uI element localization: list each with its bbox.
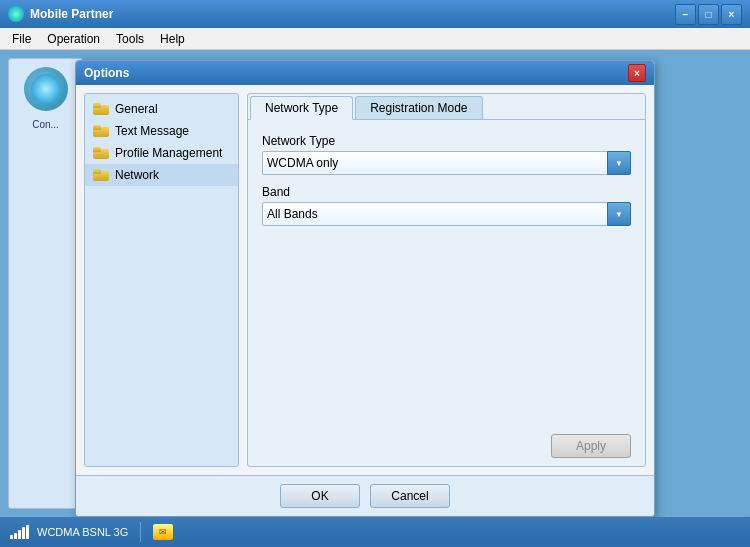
nav-label-profile-management: Profile Management xyxy=(115,146,222,160)
main-area: Con... Options × General Text Me xyxy=(0,50,750,517)
tab-registration-mode[interactable]: Registration Mode xyxy=(355,96,482,119)
status-bar: WCDMA BSNL 3G ✉ xyxy=(0,517,750,547)
maximize-button[interactable]: □ xyxy=(698,4,719,25)
nav-label-text-message: Text Message xyxy=(115,124,189,138)
signal-bar-4 xyxy=(22,527,25,539)
options-dialog: Options × General Text Message xyxy=(75,60,655,517)
dialog-content: General Text Message Profile Management … xyxy=(76,85,654,475)
app-icon xyxy=(8,6,24,22)
title-bar: Mobile Partner − □ × xyxy=(0,0,750,28)
app-title: Mobile Partner xyxy=(30,7,113,21)
menu-file[interactable]: File xyxy=(4,30,39,48)
status-network-text: WCDMA BSNL 3G xyxy=(37,526,128,538)
dialog-footer: OK Cancel xyxy=(76,475,654,516)
nav-panel: General Text Message Profile Management … xyxy=(84,93,239,467)
nav-label-general: General xyxy=(115,102,158,116)
menu-help[interactable]: Help xyxy=(152,30,193,48)
status-divider xyxy=(140,522,141,542)
apply-button[interactable]: Apply xyxy=(551,434,631,458)
cancel-button[interactable]: Cancel xyxy=(370,484,450,508)
close-window-button[interactable]: × xyxy=(721,4,742,25)
dialog-title-bar: Options × xyxy=(76,61,654,85)
dialog-overlay: Options × General Text Message xyxy=(0,50,750,517)
menu-tools[interactable]: Tools xyxy=(108,30,152,48)
nav-item-text-message[interactable]: Text Message xyxy=(85,120,238,142)
folder-icon-general xyxy=(93,103,109,115)
band-field: Band All Bands WCDMA 2100 GSM 900/1800 G… xyxy=(262,185,631,226)
network-type-select-wrapper: WCDMA only GSM only Auto WCDMA preferred… xyxy=(262,151,631,175)
nav-label-network: Network xyxy=(115,168,159,182)
signal-bar-2 xyxy=(14,533,17,539)
folder-icon-network xyxy=(93,169,109,181)
content-panel: Network Type Registration Mode Network T… xyxy=(247,93,646,467)
nav-item-profile-management[interactable]: Profile Management xyxy=(85,142,238,164)
menu-bar: File Operation Tools Help xyxy=(0,28,750,50)
folder-icon-profile xyxy=(93,147,109,159)
minimize-button[interactable]: − xyxy=(675,4,696,25)
folder-icon-text-message xyxy=(93,125,109,137)
signal-icon xyxy=(10,525,29,539)
network-type-label: Network Type xyxy=(262,134,631,148)
ok-button[interactable]: OK xyxy=(280,484,360,508)
network-type-select[interactable]: WCDMA only GSM only Auto WCDMA preferred… xyxy=(262,151,631,175)
status-message-icon: ✉ xyxy=(153,524,173,540)
signal-bar-3 xyxy=(18,530,21,539)
nav-item-general[interactable]: General xyxy=(85,98,238,120)
apply-area: Apply xyxy=(248,426,645,466)
form-area: Network Type WCDMA only GSM only Auto WC… xyxy=(248,120,645,426)
tab-bar: Network Type Registration Mode xyxy=(248,94,645,120)
menu-operation[interactable]: Operation xyxy=(39,30,108,48)
signal-bar-5 xyxy=(26,525,29,539)
network-type-field: Network Type WCDMA only GSM only Auto WC… xyxy=(262,134,631,175)
band-label: Band xyxy=(262,185,631,199)
window-controls: − □ × xyxy=(675,4,742,25)
dialog-title: Options xyxy=(84,66,129,80)
band-select-wrapper: All Bands WCDMA 2100 GSM 900/1800 GSM 19… xyxy=(262,202,631,226)
nav-item-network[interactable]: Network xyxy=(85,164,238,186)
band-select[interactable]: All Bands WCDMA 2100 GSM 900/1800 GSM 19… xyxy=(262,202,631,226)
tab-network-type[interactable]: Network Type xyxy=(250,96,353,120)
dialog-close-button[interactable]: × xyxy=(628,64,646,82)
signal-bar-1 xyxy=(10,535,13,539)
